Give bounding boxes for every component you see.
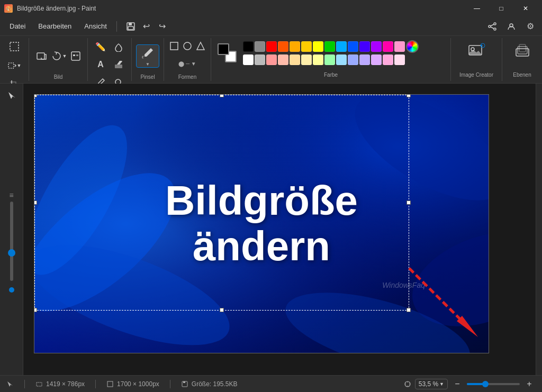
save-button[interactable] <box>123 19 138 34</box>
palette-row-1 <box>243 40 419 53</box>
color-pink[interactable] <box>383 41 393 52</box>
formen-expand-button[interactable]: ⬤ ─ ▼ <box>174 55 201 72</box>
maximize-button[interactable]: □ <box>489 0 513 17</box>
color-cyan[interactable] <box>336 41 347 52</box>
settings-button[interactable]: ⚙ <box>523 19 538 34</box>
resize-button[interactable] <box>33 48 50 65</box>
color-black[interactable] <box>243 41 254 52</box>
shape-icon-3[interactable] <box>195 40 206 52</box>
color-orange-dark[interactable] <box>278 41 288 52</box>
color-blush[interactable] <box>394 54 405 65</box>
menu-ansicht[interactable]: Ansicht <box>79 20 112 32</box>
profile-button[interactable] <box>504 19 519 34</box>
shape-icon-1[interactable] <box>168 40 180 52</box>
color-gray[interactable] <box>255 41 265 52</box>
color-blue[interactable] <box>348 41 358 52</box>
color-indigo[interactable] <box>359 41 370 52</box>
pencil-button[interactable]: ✏️ <box>92 38 109 55</box>
right-scrollbar[interactable] <box>536 84 542 375</box>
close-button[interactable]: ✕ <box>513 0 538 17</box>
svg-rect-2 <box>128 26 133 30</box>
zoom-thumb[interactable] <box>482 381 489 387</box>
color-cream[interactable] <box>301 54 312 65</box>
canvas-text: Bildgröße ändern <box>165 178 358 269</box>
redo-button[interactable]: ↪ <box>155 19 170 34</box>
svg-point-4 <box>489 25 491 28</box>
eraser-button[interactable] <box>110 56 127 73</box>
vert-dot <box>9 287 14 293</box>
canvas-inner: Bildgröße ändern WindowsFaq <box>23 84 536 364</box>
bild-buttons: ▼ <box>33 38 83 74</box>
color-yellow-light[interactable] <box>313 54 323 65</box>
color-mint[interactable] <box>324 54 335 65</box>
zoom-in-button[interactable]: + <box>523 378 536 390</box>
shape-icon-2[interactable] <box>182 40 193 52</box>
color-yellow-orange[interactable] <box>301 41 312 52</box>
svg-point-3 <box>494 23 496 25</box>
brush-button[interactable]: ▼ <box>136 44 159 68</box>
svg-rect-18 <box>170 42 178 50</box>
left-toolbar: ≡ <box>0 84 23 375</box>
color-pink-light[interactable] <box>394 41 405 52</box>
zoom-level-button[interactable]: 53,5 % ▼ <box>415 379 448 389</box>
zoom-slider[interactable] <box>467 383 520 385</box>
color-yellow[interactable] <box>313 41 323 52</box>
color-silver[interactable] <box>255 54 265 65</box>
palette-row-2 <box>243 54 419 65</box>
color-violet[interactable] <box>371 41 382 52</box>
color-rainbow-button[interactable] <box>406 40 419 53</box>
image-properties-button[interactable] <box>67 48 84 65</box>
color-green[interactable] <box>324 41 335 52</box>
svg-rect-40 <box>183 381 185 383</box>
svg-rect-38 <box>107 381 113 387</box>
paint-canvas[interactable]: Bildgröße ändern WindowsFaq <box>34 94 489 353</box>
svg-line-6 <box>491 24 494 26</box>
file-size-text: Größe: 195.5KB <box>192 380 238 388</box>
color-lavender[interactable] <box>359 54 370 65</box>
color-buff[interactable] <box>290 54 300 65</box>
zoom-level-text: 53,5 % <box>419 380 438 388</box>
color-red-light[interactable] <box>266 54 277 65</box>
svg-rect-14 <box>76 54 78 56</box>
color-boxes-container <box>218 43 237 62</box>
undo-button[interactable]: ↩ <box>139 19 154 34</box>
window-title: Bildgröße ändern.jpg - Paint <box>17 5 96 12</box>
image-creator-icon[interactable] <box>466 40 487 61</box>
selection-size-status: 1419 × 786px <box>35 380 85 388</box>
cursor-tool-status <box>6 380 14 388</box>
rotate-flip-button[interactable]: ▼ <box>50 48 67 65</box>
svg-rect-13 <box>73 54 75 56</box>
menu-bar: Datei Bearbeiten Ansicht ↩ ↪ ⚙ <box>0 17 542 36</box>
minimize-button[interactable]: — <box>465 0 489 17</box>
image-size-status: 1700 × 1000px <box>106 380 159 388</box>
ribbon-group-pinsel: ▼ Pinsel <box>132 38 164 81</box>
color-sky[interactable] <box>336 54 347 65</box>
canvas-scroll[interactable]: Bildgröße ändern WindowsFaq <box>23 84 536 375</box>
color-peach[interactable] <box>278 54 288 65</box>
zoom-out-button[interactable]: − <box>451 378 464 390</box>
ribbon-group-auswahl: ▼ Auswahl <box>0 38 29 81</box>
ebenen-icon[interactable] <box>512 40 533 61</box>
share-button[interactable] <box>485 19 500 34</box>
menu-bearbeiten[interactable]: Bearbeiten <box>33 20 77 32</box>
color-red[interactable] <box>266 41 277 52</box>
vert-thumb[interactable] <box>8 249 15 257</box>
color-rose[interactable] <box>383 54 393 65</box>
select-options-button[interactable]: ▼ <box>6 57 23 74</box>
image-creator-label: Image Creator <box>459 72 493 79</box>
color-orange[interactable] <box>290 41 300 52</box>
undo-redo-group: ↩ ↪ <box>123 19 170 34</box>
menu-datei[interactable]: Datei <box>4 20 31 32</box>
select-rect-button[interactable] <box>6 38 23 55</box>
bucket-button[interactable] <box>110 38 127 55</box>
foreground-color-box[interactable] <box>218 43 229 55</box>
color-lilac[interactable] <box>371 54 382 65</box>
text-button[interactable]: A <box>92 56 109 73</box>
svg-rect-37 <box>37 382 42 386</box>
color-white[interactable] <box>243 54 254 65</box>
color-periwinkle[interactable] <box>348 54 358 65</box>
vert-track[interactable] <box>10 202 13 281</box>
ribbon-group-ebenen: Ebenen <box>502 38 542 81</box>
select-tool-button[interactable] <box>2 86 21 105</box>
canvas-text-line2: ändern <box>193 223 330 269</box>
